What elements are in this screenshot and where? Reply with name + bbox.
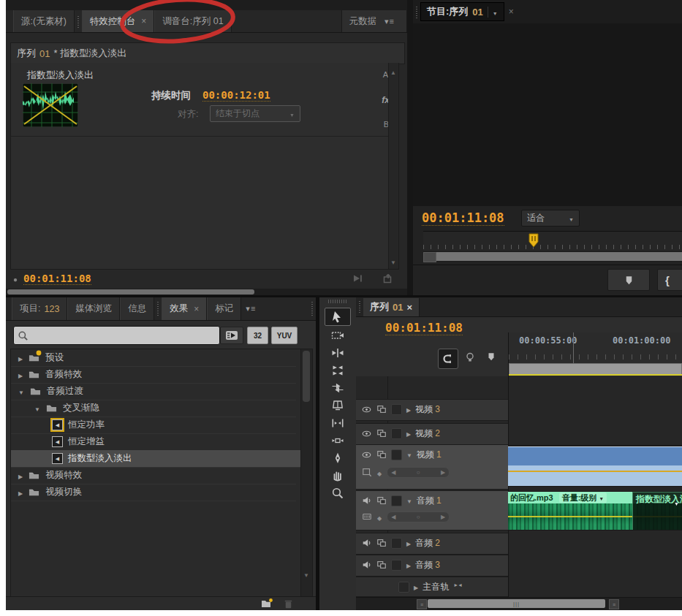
tree-item-constant-power[interactable]: 恒定功率 xyxy=(11,417,296,434)
close-icon[interactable]: × xyxy=(509,7,514,17)
snap-toggle-button[interactable] xyxy=(438,349,458,369)
track-header-audio-3[interactable]: 音频3 xyxy=(356,555,508,577)
tab-project[interactable]: 项目:123 xyxy=(12,297,67,320)
keyframe-record-icon[interactable] xyxy=(13,272,18,285)
scrollbar-thumb[interactable]: ||| xyxy=(428,599,605,608)
tab-media-browser[interactable]: 媒体浏览 xyxy=(67,297,120,320)
opacity-rubber-band[interactable] xyxy=(508,471,682,472)
expand-track-icon[interactable] xyxy=(406,560,411,570)
tab-effect-controls[interactable]: 特效控制台 × xyxy=(82,10,155,32)
add-marker-button[interactable] xyxy=(607,269,650,291)
delete-icon[interactable] xyxy=(283,598,294,609)
toggle-track-output-icon[interactable] xyxy=(361,495,372,506)
sync-lock-icon[interactable] xyxy=(376,538,387,548)
tab-markers[interactable]: 标记 xyxy=(207,297,241,320)
scrollbar-thumb[interactable] xyxy=(436,252,682,261)
sync-lock-icon[interactable] xyxy=(376,495,387,506)
scrollbar-thumb[interactable] xyxy=(303,351,310,402)
track-lock-toggle[interactable] xyxy=(391,495,402,506)
crossfade-thumbnail[interactable] xyxy=(23,83,78,127)
sync-lock-icon[interactable] xyxy=(376,428,387,438)
set-marker-icon[interactable] xyxy=(486,351,496,362)
encore-chapter-marker-icon[interactable] xyxy=(464,351,476,363)
hand-tool[interactable] xyxy=(325,467,350,484)
selection-tool[interactable] xyxy=(325,308,351,326)
close-icon[interactable]: × xyxy=(141,16,146,26)
rolling-edit-tool[interactable] xyxy=(325,362,350,379)
ripple-edit-tool[interactable] xyxy=(325,344,350,361)
timeline-timecode[interactable]: 00:01:11:08 xyxy=(385,321,463,335)
tab-effects[interactable]: 效果 × xyxy=(162,297,207,320)
expand-track-icon[interactable] xyxy=(406,404,411,414)
collapse-track-icon[interactable] xyxy=(406,495,412,506)
audio-clip[interactable]: 的回忆.mp3 音量:级别 指数型淡入淡出 xyxy=(508,492,682,530)
ec-horizontal-scrollbar[interactable] xyxy=(6,289,407,295)
close-icon[interactable]: × xyxy=(194,304,199,314)
scrollbar-handle-left[interactable] xyxy=(423,252,436,262)
expand-track-icon[interactable] xyxy=(406,428,411,438)
expand-icon[interactable] xyxy=(18,370,23,380)
expand-icon[interactable] xyxy=(18,353,23,363)
mark-in-button[interactable]: { xyxy=(657,269,682,291)
tree-item-video-transitions[interactable]: 视频切换 xyxy=(11,484,296,501)
pen-tool[interactable] xyxy=(325,449,350,466)
scrollbar-thumb[interactable] xyxy=(7,289,254,294)
panel-grip[interactable] xyxy=(328,300,347,303)
panel-grip[interactable] xyxy=(414,5,419,18)
panel-menu-icon[interactable]: ▾≡ xyxy=(380,17,399,26)
tree-item-crossfade[interactable]: 交叉渐隐 xyxy=(11,400,296,417)
accelerated-effects-filter-button[interactable] xyxy=(220,327,243,344)
scroll-down-icon[interactable] xyxy=(303,567,309,580)
program-scrollbar[interactable] xyxy=(423,251,682,262)
track-lock-toggle[interactable] xyxy=(391,428,402,439)
zoom-handle-right[interactable]: ≡ xyxy=(609,599,619,609)
program-time-ruler[interactable] xyxy=(423,231,682,251)
chevron-down-icon[interactable] xyxy=(488,7,498,18)
tree-item-video-effects[interactable]: 视频特效 xyxy=(11,467,296,484)
tab-sequence[interactable]: 序列 01 × xyxy=(363,298,420,316)
track-lock-toggle[interactable] xyxy=(391,560,402,571)
sync-lock-icon[interactable] xyxy=(376,560,387,570)
output-mapping-icon[interactable] xyxy=(453,579,462,589)
slide-tool[interactable] xyxy=(325,432,350,449)
track-header-video-1[interactable]: 视频1 ◀○▶ xyxy=(356,444,508,490)
sync-lock-icon[interactable] xyxy=(376,404,387,414)
tab-metadata[interactable]: 元数据 ▾≡ xyxy=(341,10,407,32)
program-timecode[interactable]: 00:01:11:08 xyxy=(422,210,504,226)
timeline-scrollbar[interactable]: ≡ ||| ≡ xyxy=(356,597,682,610)
tree-item-presets[interactable]: 预设 xyxy=(11,349,296,367)
track-lock-toggle[interactable] xyxy=(391,404,402,415)
tab-source-monitor[interactable]: 源:(无素材) xyxy=(13,10,75,32)
track-header-master[interactable]: 主音轨 xyxy=(356,577,508,597)
track-lock-toggle[interactable] xyxy=(398,582,409,593)
panel-grip[interactable] xyxy=(76,15,80,28)
panel-grip[interactable] xyxy=(156,302,160,316)
scroll-up-icon[interactable] xyxy=(390,64,396,77)
rate-stretch-tool[interactable] xyxy=(325,379,350,396)
toggle-track-output-icon[interactable] xyxy=(361,538,372,548)
effects-search-input[interactable] xyxy=(13,326,220,345)
toggle-track-output-icon[interactable] xyxy=(361,560,372,570)
clip-keyframe-dropdown[interactable]: 音量:级别 xyxy=(559,493,607,503)
bit-depth-filter-button[interactable]: 32 xyxy=(247,327,268,344)
tab-info[interactable]: 信息 xyxy=(120,297,154,320)
export-icon[interactable] xyxy=(382,273,394,284)
toggle-track-output-icon[interactable] xyxy=(361,405,372,414)
collapse-track-icon[interactable] xyxy=(406,449,412,460)
track-lock-toggle[interactable] xyxy=(391,538,402,549)
track-header-audio-2[interactable]: 音频2 xyxy=(356,533,508,555)
tab-program-monitor[interactable]: 节目:序列 01 xyxy=(420,2,504,21)
timeline-ruler[interactable]: 00:00:55:00 00:01:00:00 xyxy=(508,332,682,377)
add-keyframe-icon[interactable] xyxy=(377,510,382,523)
track-header-audio-1[interactable]: 音频1 ◀○▶ xyxy=(356,490,508,531)
alignment-dropdown[interactable]: 结束于切点 xyxy=(210,105,300,122)
sync-lock-icon[interactable] xyxy=(376,449,387,460)
toggle-track-output-icon[interactable] xyxy=(361,429,372,438)
expand-icon[interactable] xyxy=(18,471,23,481)
close-icon[interactable]: × xyxy=(406,302,412,313)
razor-tool[interactable] xyxy=(325,397,350,414)
expand-icon[interactable] xyxy=(18,487,23,498)
expand-track-icon[interactable] xyxy=(414,582,418,592)
zoom-tool[interactable] xyxy=(325,484,350,501)
tree-item-constant-gain[interactable]: 恒定增益 xyxy=(11,433,296,451)
